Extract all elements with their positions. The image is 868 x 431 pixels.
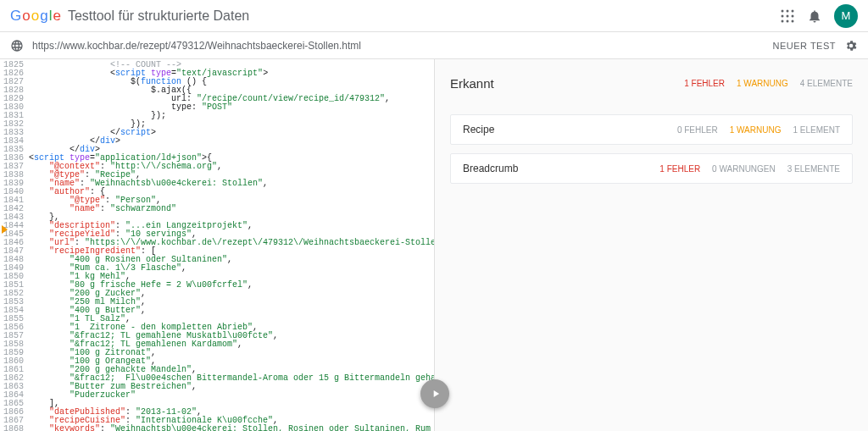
result-item-name: Breadcrumb	[463, 163, 518, 174]
settings-icon[interactable]	[844, 39, 858, 52]
svg-point-4	[787, 14, 789, 17]
apps-icon[interactable]	[780, 8, 795, 24]
globe-icon	[10, 39, 24, 52]
url-text[interactable]: https://www.kochbar.de/rezept/479312/Wei…	[32, 40, 765, 52]
svg-point-8	[792, 19, 794, 22]
svg-point-7	[787, 19, 789, 22]
summary-warnings: 1 WARNUNG	[737, 79, 788, 88]
results-title: Erkannt	[450, 76, 494, 91]
svg-point-5	[792, 14, 794, 17]
run-test-button[interactable]	[420, 379, 449, 408]
result-item-stats: 0 FEHLER1 WARNUNG1 ELEMENT	[677, 125, 840, 135]
summary-elements: 4 ELEMENTE	[800, 79, 853, 88]
result-item-stats: 1 FEHLER0 WARNUNGEN3 ELEMENTE	[659, 164, 840, 174]
google-logo: Google	[10, 8, 61, 25]
new-test-button[interactable]: NEUER TEST	[773, 41, 836, 51]
url-bar: https://www.kochbar.de/rezept/479312/Wei…	[0, 32, 868, 59]
app-title: Testtool für strukturierte Daten	[68, 8, 249, 24]
svg-point-6	[782, 19, 784, 22]
app-header: Google Testtool für strukturierte Daten …	[0, 0, 868, 32]
result-item-name: Recipe	[463, 124, 494, 135]
summary-errors: 1 FEHLER	[684, 79, 725, 88]
results-summary: 1 FEHLER 1 WARNUNG 4 ELEMENTE	[684, 79, 853, 88]
svg-point-3	[782, 14, 784, 17]
results-pane: Erkannt 1 FEHLER 1 WARNUNG 4 ELEMENTE Re…	[434, 59, 868, 431]
svg-point-2	[792, 9, 794, 12]
svg-point-1	[787, 9, 789, 12]
svg-point-0	[782, 9, 784, 12]
result-item[interactable]: Breadcrumb1 FEHLER0 WARNUNGEN3 ELEMENTE	[450, 153, 853, 184]
line-number-gutter: 1825182618271828182918301831183218331834…	[0, 59, 29, 431]
notifications-icon[interactable]	[807, 8, 822, 24]
code-lines[interactable]: <!-- COUNT --> <script type="text/javasc…	[29, 59, 434, 431]
source-code-pane[interactable]: 1825182618271828182918301831183218331834…	[0, 59, 434, 431]
result-item[interactable]: Recipe0 FEHLER1 WARNUNG1 ELEMENT	[450, 114, 853, 145]
warning-marker-icon	[2, 225, 8, 234]
account-avatar[interactable]: M	[834, 4, 858, 28]
